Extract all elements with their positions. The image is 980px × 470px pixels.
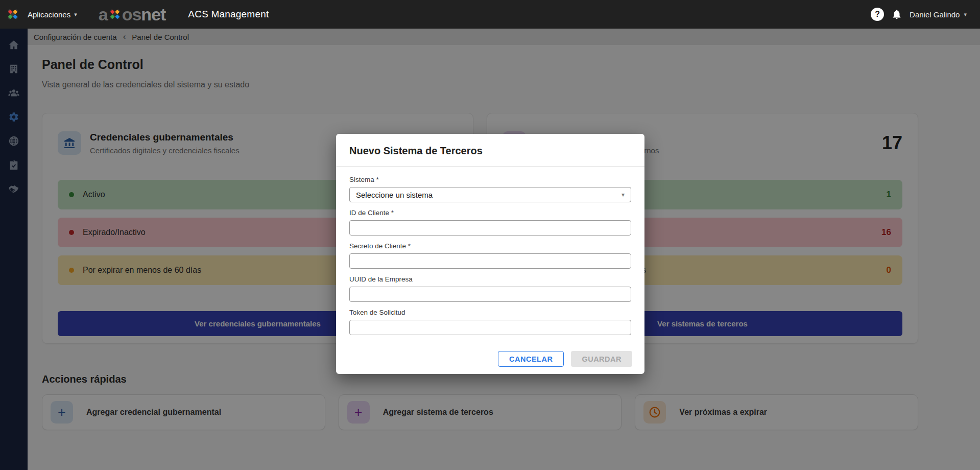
top-app-bar: Aplicaciones ▾ a osnet ACS Management ? …: [0, 0, 980, 29]
applications-menu-label: Aplicaciones: [28, 10, 70, 19]
client-secret-input[interactable]: [349, 253, 631, 269]
cancel-button[interactable]: CANCELAR: [498, 351, 564, 367]
request-token-label: Token de Solicitud: [349, 309, 631, 316]
notifications-bell-icon[interactable]: [891, 9, 902, 20]
client-id-input[interactable]: [349, 220, 631, 236]
wordmark-os: os: [122, 5, 141, 25]
app-title: ACS Management: [188, 9, 269, 20]
client-secret-label: Secreto de Cliente *: [349, 242, 631, 250]
applications-menu-button[interactable]: Aplicaciones ▾: [28, 10, 77, 19]
chevron-down-icon: ▾: [74, 11, 77, 18]
client-id-label: ID de Cliente *: [349, 209, 631, 217]
dialog-title: Nuevo Sistema de Terceros: [349, 145, 631, 157]
company-uuid-input[interactable]: [349, 287, 631, 302]
chevron-down-icon: ▾: [964, 11, 967, 18]
save-button[interactable]: GUARDAR: [571, 351, 632, 367]
wordmark-a: a: [99, 5, 108, 25]
request-token-input[interactable]: [349, 320, 631, 335]
wordmark-net: net: [141, 5, 165, 25]
user-name: Daniel Galindo: [910, 10, 960, 19]
axosnet-wordmark: a osnet: [99, 5, 166, 25]
new-third-party-system-dialog: Nuevo Sistema de Terceros Sistema * Sele…: [336, 134, 644, 374]
company-uuid-label: UUID de la Empresa: [349, 275, 631, 283]
help-icon: ?: [875, 10, 880, 19]
help-button[interactable]: ?: [871, 8, 884, 21]
axosnet-pinwheel-logo-icon: [6, 8, 19, 21]
axosnet-pinwheel-x-icon: [108, 8, 122, 21]
user-menu-button[interactable]: Daniel Galindo ▾: [910, 10, 967, 19]
system-field-label: Sistema *: [349, 176, 631, 183]
system-select-value: Seleccione un sistema: [356, 191, 433, 199]
system-select[interactable]: Seleccione un sistema ▾: [349, 187, 631, 202]
chevron-down-icon: ▾: [622, 191, 625, 198]
